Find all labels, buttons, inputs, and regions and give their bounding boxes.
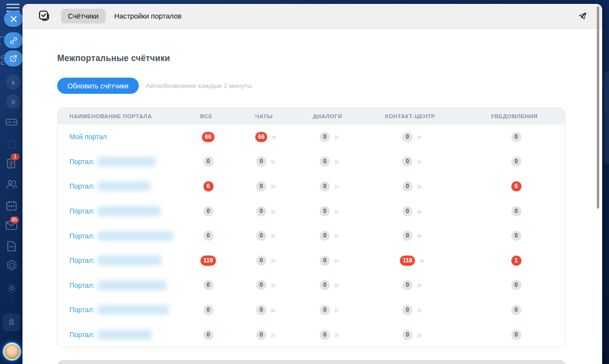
- counter-badge-notifications: 0: [511, 280, 522, 290]
- portal-name-link[interactable]: Портал:: [69, 257, 94, 264]
- page-title: Межпортальные счётчики: [57, 53, 566, 64]
- counter-badge-notifications: 1: [511, 256, 522, 266]
- counter-badge-all: 6: [203, 181, 214, 192]
- table-row: Мой портал6666»0»0»0: [58, 125, 565, 150]
- counter-badge-contact_center: 0: [402, 206, 413, 216]
- close-icon: [10, 16, 17, 22]
- background-window-edge: [604, 71, 609, 164]
- table-header-row: Наименование порталаВсеЧатыДиалогиКонтак…: [58, 108, 565, 125]
- expand-chevron-icon[interactable]: »: [334, 156, 339, 166]
- next-section-card: [57, 360, 566, 364]
- counter-badge-dialogs: 0: [320, 206, 330, 216]
- column-header-contact_center: Контакт-центр: [385, 113, 435, 119]
- mail-counter-badge: 85: [10, 216, 19, 223]
- expand-chevron-icon[interactable]: »: [270, 181, 276, 191]
- counter-badge-notifications: 0: [511, 132, 522, 142]
- expand-chevron-icon[interactable]: »: [334, 231, 339, 240]
- counter-badge-chats: 0: [256, 181, 266, 192]
- table-row: Портал:00»0»0»0: [58, 150, 565, 174]
- settings-gear-icon[interactable]: [6, 283, 17, 294]
- expand-chevron-icon[interactable]: »: [416, 305, 422, 314]
- expand-chevron-icon[interactable]: »: [334, 206, 339, 215]
- column-header-notifications: Уведомления: [491, 113, 538, 119]
- expand-chevron-icon[interactable]: »: [416, 132, 422, 141]
- portal-name-link[interactable]: Портал:: [69, 158, 94, 166]
- expand-chevron-icon[interactable]: »: [334, 132, 339, 141]
- portal-name-link[interactable]: Портал:: [69, 306, 94, 314]
- storage-drive-icon[interactable]: [5, 117, 18, 127]
- tab-counters[interactable]: Счётчики: [61, 9, 106, 23]
- expand-chevron-icon[interactable]: »: [416, 330, 422, 339]
- counter-badge-dialogs: 0: [320, 132, 330, 142]
- hexagon-icon[interactable]: [6, 259, 17, 271]
- counter-badge-chats: 0: [256, 256, 266, 266]
- rocket-button[interactable]: [2, 313, 21, 331]
- column-header-name: Наименование портала: [58, 113, 173, 119]
- table-row: Портал:00»0»0»0: [58, 273, 565, 298]
- expand-chevron-icon[interactable]: »: [334, 280, 339, 289]
- portal-name-link[interactable]: Мой портал: [69, 133, 107, 141]
- expand-chevron-icon[interactable]: »: [270, 330, 276, 339]
- expand-chevron-icon[interactable]: »: [270, 256, 276, 265]
- calendar-icon[interactable]: [6, 200, 17, 211]
- expand-chevron-icon[interactable]: »: [416, 181, 422, 191]
- expand-chevron-icon[interactable]: »: [270, 280, 276, 289]
- portal-avatar-k[interactable]: к: [6, 75, 21, 89]
- portal-name-link[interactable]: Портал:: [69, 207, 94, 215]
- portal-avatar-p[interactable]: п: [6, 94, 21, 109]
- portal-name-link[interactable]: Портал:: [69, 232, 94, 240]
- expand-chevron-icon[interactable]: »: [334, 181, 339, 191]
- expand-chevron-icon[interactable]: »: [270, 231, 276, 240]
- document-icon[interactable]: [6, 240, 17, 252]
- expand-chevron-icon[interactable]: »: [334, 330, 339, 339]
- vertical-scrollbar[interactable]: [597, 6, 599, 209]
- counter-badge-notifications: 0: [511, 206, 522, 216]
- rocket-icon: [7, 318, 16, 327]
- counter-badge-notifications: 6: [511, 181, 522, 192]
- expand-chevron-icon[interactable]: »: [416, 231, 422, 240]
- counter-badge-all: 0: [203, 231, 214, 241]
- portal-name-link[interactable]: Портал:: [69, 182, 94, 190]
- portal-name-link[interactable]: Портал:: [69, 331, 94, 339]
- counters-table: Наименование порталаВсеЧатыДиалогиКонтак…: [57, 107, 566, 347]
- expand-chevron-icon[interactable]: »: [419, 256, 424, 265]
- send-telegram-icon[interactable]: [578, 12, 587, 21]
- counter-badge-all: 66: [202, 132, 214, 142]
- app-sidebar: к п 1 85: [0, 0, 22, 364]
- expand-chevron-icon[interactable]: »: [271, 132, 277, 141]
- open-external-button[interactable]: [4, 50, 23, 66]
- expand-chevron-icon[interactable]: »: [270, 305, 276, 314]
- expand-chevron-icon[interactable]: »: [416, 206, 422, 215]
- users-icon[interactable]: [5, 179, 18, 190]
- counter-badge-contact_center: 0: [402, 330, 413, 340]
- counter-badge-chats: 0: [256, 231, 266, 241]
- counter-badge-chats: 66: [255, 132, 267, 142]
- counter-badge-contact_center: 0: [402, 132, 413, 142]
- expand-chevron-icon[interactable]: »: [416, 280, 422, 289]
- counter-badge-contact_center: 0: [402, 156, 413, 167]
- counter-badge-all: 0: [203, 156, 214, 167]
- app-logo-icon: [38, 10, 51, 22]
- portal-name-link[interactable]: Портал:: [69, 281, 94, 289]
- user-avatar[interactable]: [4, 344, 20, 359]
- expand-chevron-icon[interactable]: »: [334, 256, 339, 265]
- blurred-portal-name: [98, 330, 152, 340]
- orbit-icon[interactable]: [6, 139, 17, 150]
- blurred-portal-name: [98, 157, 155, 167]
- counter-badge-dialogs: 0: [320, 256, 330, 266]
- expand-chevron-icon[interactable]: »: [416, 156, 422, 166]
- copy-link-button[interactable]: [4, 32, 23, 48]
- link-icon: [9, 36, 18, 45]
- expand-chevron-icon[interactable]: »: [270, 206, 276, 215]
- close-button[interactable]: [4, 11, 23, 27]
- counter-badge-contact_center: 118: [400, 256, 415, 266]
- counter-badge-chats: 0: [256, 280, 266, 290]
- blurred-portal-name: [98, 231, 173, 241]
- counter-badge-dialogs: 0: [320, 231, 330, 241]
- table-row: Портал:00»0»0»0: [58, 199, 565, 224]
- refresh-counters-button[interactable]: Обновить счётчики: [57, 78, 139, 94]
- expand-chevron-icon[interactable]: »: [334, 305, 339, 314]
- expand-chevron-icon[interactable]: »: [270, 156, 276, 166]
- tab-portal-settings[interactable]: Настройки порталов: [108, 9, 189, 23]
- table-row: Портал:00»0»0»0: [58, 298, 565, 322]
